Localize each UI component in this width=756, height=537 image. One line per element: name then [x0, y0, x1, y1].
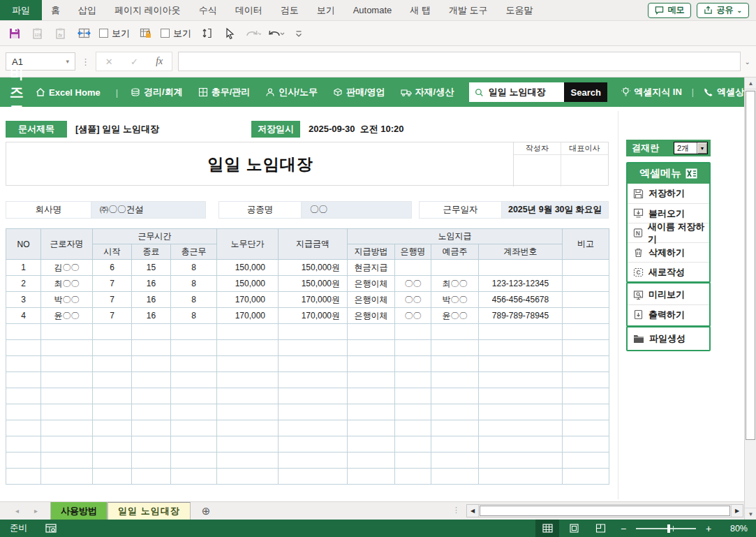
menu-item-save-as[interactable]: N 새이름 저장하기 [628, 223, 709, 242]
nav-excel-knowledge[interactable]: 엑셀지식 IN [621, 86, 682, 98]
tab-file[interactable]: 파일 [0, 0, 42, 20]
formula-input[interactable] [178, 52, 741, 71]
paste-formulas-button[interactable]: fx [52, 24, 70, 43]
table-cell: 456-456-45678 [479, 292, 563, 308]
table-cell [348, 388, 395, 404]
excel-menu-title: 엑셀메뉴 [628, 163, 709, 184]
sheet-next-icon[interactable]: ▸ [34, 507, 38, 515]
insert-function-icon[interactable]: fx [156, 56, 163, 67]
page-break-view-button[interactable] [588, 520, 612, 537]
scroll-up-icon[interactable]: ▲ [745, 78, 756, 89]
redo-button[interactable] [244, 24, 262, 43]
menu-item-create-file[interactable]: 파일생성 [628, 329, 709, 348]
menu-item-preview[interactable]: 미리보기 [628, 285, 709, 304]
tab-view[interactable]: 보기 [308, 0, 344, 20]
tab-developer[interactable]: 개발 도구 [440, 0, 497, 20]
zoom-in-button[interactable]: + [700, 523, 717, 534]
coins-icon [131, 87, 140, 97]
table-cell: 〇〇 [395, 308, 431, 324]
redo-icon [244, 27, 261, 40]
vertical-scrollbar-thumb[interactable] [746, 91, 755, 440]
approval-count-dropdown[interactable]: 2개 ▼ [674, 142, 708, 154]
view-checkbox-2[interactable] [161, 29, 170, 38]
tab-automate[interactable]: Automate [344, 0, 401, 20]
info-fields-row: 회사명 ㈜〇〇건설 공종명 〇〇 근무일자 2025년 9월 30일 화요일 [6, 201, 609, 219]
scroll-right-icon[interactable]: ▶ [731, 505, 743, 517]
macro-record-icon[interactable] [45, 524, 57, 534]
menu-item-new[interactable]: C 새로작성 [628, 262, 709, 281]
horizontal-scrollbar[interactable]: ◀ ▶ [466, 504, 743, 517]
nav-category-accounting[interactable]: 경리/회계 [131, 86, 183, 98]
view-checkbox-1[interactable] [99, 29, 108, 38]
cancel-entry-icon[interactable]: ✕ [105, 57, 113, 67]
tab-help[interactable]: 도움말 [497, 0, 542, 20]
nav-category-production[interactable]: 자재/생산 [401, 86, 454, 98]
table-cell [41, 404, 93, 420]
add-sheet-icon[interactable]: ⊕ [191, 502, 222, 520]
table-row: 2최〇〇7168150,000150,000원은행이체〇〇최〇〇123-123-… [6, 276, 609, 292]
tab-data[interactable]: 데이터 [226, 0, 272, 20]
zoom-slider-thumb[interactable] [667, 524, 670, 533]
scrollbar-resize-handle[interactable]: ⋮ [452, 506, 460, 515]
table-cell: 최〇〇 [41, 276, 93, 292]
search-input[interactable] [489, 87, 558, 98]
row-height-button[interactable] [198, 24, 216, 43]
box-icon [333, 87, 343, 97]
zoom-out-button[interactable]: − [615, 523, 632, 534]
menu-item-save[interactable]: 저장하기 [628, 184, 709, 203]
table-row-empty [6, 356, 609, 372]
freeze-panes-button[interactable] [75, 24, 93, 43]
table-cell [217, 324, 279, 340]
nav-excel-home-label: Excel Home [49, 87, 101, 98]
col-header-note: 비고 [563, 229, 609, 260]
zoom-slider[interactable] [636, 528, 696, 529]
table-cell [348, 356, 395, 372]
table-cell [6, 356, 41, 372]
table-cell [171, 453, 217, 469]
tab-formulas[interactable]: 수식 [190, 0, 226, 20]
nav-excel-home[interactable]: Excel Home [36, 87, 101, 98]
table-cell [431, 372, 479, 388]
sheet-tab-wage-ledger[interactable]: 일일 노임대장 [108, 502, 191, 520]
formula-bar-handle[interactable]: ⋮ [75, 57, 96, 67]
dropdown-arrow-icon[interactable]: ▼ [697, 142, 707, 154]
search-button[interactable]: Search [564, 82, 607, 102]
nav-category-hr[interactable]: 인사/노무 [265, 86, 318, 98]
tab-home[interactable]: 홈 [42, 0, 69, 20]
tab-page-layout[interactable]: 페이지 레이아웃 [105, 0, 190, 20]
protect-sheet-button[interactable] [136, 24, 154, 43]
table-cell: 7 [93, 308, 132, 324]
undo-button[interactable] [267, 24, 285, 43]
share-button[interactable]: 공유 ⌄ [697, 3, 749, 18]
sheet-prev-icon[interactable]: ◂ [15, 507, 19, 515]
name-box-dropdown-icon[interactable]: ▾ [66, 58, 69, 65]
table-cell: 윤〇〇 [41, 308, 93, 324]
comments-button[interactable]: 메모 [648, 3, 691, 18]
horizontal-scrollbar-thumb[interactable] [480, 506, 730, 516]
ribbon-tab-bar: 파일 홈 삽입 페이지 레이아웃 수식 데이터 검토 보기 Automate 새… [0, 0, 756, 21]
customize-toolbar-button[interactable] [290, 24, 308, 43]
table-cell [479, 388, 563, 404]
menu-item-print[interactable]: 출력하기 [628, 304, 709, 324]
scroll-down-icon[interactable]: ▼ [745, 508, 756, 520]
tab-review[interactable]: 검토 [272, 0, 308, 20]
vertical-scrollbar[interactable]: ▲ ▼ [744, 78, 756, 520]
expand-formula-bar-icon[interactable]: ⌄ [745, 58, 750, 66]
select-cursor-button[interactable] [221, 24, 239, 43]
table-cell: 6 [93, 260, 132, 276]
paste-values-button[interactable]: 123 [29, 24, 47, 43]
save-button[interactable] [6, 24, 24, 43]
tab-insert[interactable]: 삽입 [69, 0, 105, 20]
table-cell [93, 324, 132, 340]
confirm-entry-icon[interactable]: ✓ [131, 57, 138, 67]
nav-category-sales[interactable]: 판매/영업 [333, 86, 385, 98]
sheet-tab-usage[interactable]: 사용방법 [50, 502, 108, 520]
page-title: 일일 노임대장 [6, 142, 514, 186]
tab-new-tab[interactable]: 새 탭 [401, 0, 440, 20]
page-layout-view-button[interactable] [562, 520, 586, 537]
normal-view-button[interactable] [535, 520, 559, 537]
nav-category-admin[interactable]: 총무/관리 [198, 86, 251, 98]
scroll-left-icon[interactable]: ◀ [467, 505, 479, 517]
zoom-level-value[interactable]: 80% [720, 524, 748, 534]
table-cell [479, 404, 563, 420]
